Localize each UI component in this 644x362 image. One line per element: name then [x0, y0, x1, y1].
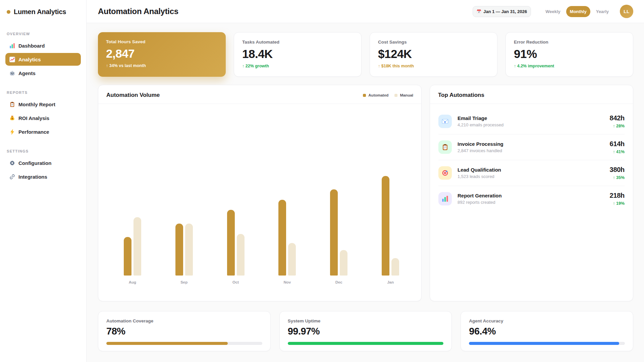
automation-row-invoice-processing[interactable]: Invoice Processing2,847 invoices handled…	[438, 134, 625, 160]
automation-metrics: 842h↑ 28%	[610, 114, 625, 128]
range-tabs: WeeklyMonthlyYearly	[542, 6, 612, 17]
x-label-sep: Sep	[158, 280, 210, 284]
svg-text:E: E	[444, 121, 446, 124]
automation-info: Email Triage4,210 emails processed	[458, 115, 610, 127]
sidebar-item-label: Analytics	[18, 57, 41, 62]
automation-volume-card: Automation Volume AutomatedManual AugSep…	[98, 85, 422, 301]
automation-metrics: 218h↑ 19%	[610, 192, 625, 206]
x-label-oct: Oct	[210, 280, 262, 284]
automation-row-lead-qualification[interactable]: Lead Qualification1,523 leads scored380h…	[438, 160, 625, 186]
main-area: Automation Analytics 17 Jan 1 — Jan 31, …	[87, 0, 644, 362]
stat-label: System Uptime	[288, 318, 444, 323]
legend-item-manual: Manual	[394, 93, 413, 97]
sidebar-item-analytics[interactable]: Analytics	[5, 53, 81, 66]
automation-delta: ↑ 35%	[610, 175, 625, 180]
sidebar-item-roi-analysis[interactable]: $ROI Analysis	[5, 112, 81, 124]
automation-detail: 1,523 leads scored	[458, 174, 610, 179]
avatar[interactable]: LL	[620, 5, 633, 18]
sidebar-item-label: Dashboard	[18, 43, 45, 49]
lightning-icon	[9, 129, 15, 135]
header: Automation Analytics 17 Jan 1 — Jan 31, …	[87, 0, 644, 23]
sidebar-item-integrations[interactable]: Integrations	[5, 170, 81, 183]
kpi-value: 2,847	[106, 47, 218, 60]
clipboard-icon	[442, 144, 448, 150]
chart-group-sep	[158, 224, 210, 276]
brand-name: Lumen Analytics	[14, 8, 66, 16]
stat-value: 99.97%	[288, 326, 444, 337]
chart-group-jan	[365, 176, 416, 276]
progress-system-uptime	[288, 342, 444, 345]
bar-automated-sep	[175, 224, 183, 276]
stat-label: Automation Coverage	[106, 318, 262, 323]
stat-card-automation-coverage: Automation Coverage78%	[98, 311, 271, 351]
stat-value: 96.4%	[469, 326, 625, 337]
progress-fill	[469, 342, 619, 345]
bar-manual-jan	[391, 258, 399, 276]
chart-group-oct	[210, 210, 262, 276]
automation-hours: 218h	[610, 192, 625, 199]
chart-group-aug	[107, 217, 158, 276]
chart-group-dec	[313, 189, 365, 276]
x-label-jan: Jan	[365, 280, 416, 284]
legend-item-automated: Automated	[363, 93, 388, 97]
automation-name: Lead Qualification	[458, 167, 610, 173]
automation-row-report-generation[interactable]: Report Generation892 reports created218h…	[438, 186, 625, 212]
chart-bottom-spacer	[98, 284, 421, 301]
sidebar-item-label: Monthly Report	[18, 102, 55, 107]
range-tab-monthly[interactable]: Monthly	[566, 6, 590, 17]
x-label-dec: Dec	[313, 280, 365, 284]
sidebar-item-performance[interactable]: Performance	[5, 125, 81, 138]
kpi-value: 91%	[514, 47, 625, 61]
brand: Lumen Analytics	[5, 0, 81, 16]
automation-detail: 4,210 emails processed	[458, 122, 610, 127]
sidebar-item-monthly-report[interactable]: Monthly Report	[5, 98, 81, 111]
automation-name: Invoice Processing	[458, 141, 610, 147]
automation-info: Report Generation892 reports created	[458, 193, 610, 205]
bar-manual-oct	[237, 234, 245, 276]
kpi-value: 18.4K	[242, 47, 353, 61]
sidebar-item-label: Agents	[18, 70, 36, 76]
middle-row: Automation Volume AutomatedManual AugSep…	[98, 85, 633, 301]
sidebar-item-configuration[interactable]: Configuration	[5, 157, 81, 169]
gear-icon	[9, 160, 15, 166]
kpi-label: Total Hours Saved	[106, 39, 218, 44]
legend-label: Automated	[368, 93, 388, 97]
sidebar-item-dashboard[interactable]: Dashboard	[5, 39, 81, 52]
x-label-aug: Aug	[107, 280, 158, 284]
sidebar-nav: OVERVIEWDashboardAnalyticsAgentsREPORTSM…	[5, 32, 81, 183]
bar-manual-aug	[133, 217, 141, 276]
sidebar-item-agents[interactable]: Agents	[5, 67, 81, 79]
automation-delta: ↑ 19%	[610, 201, 625, 206]
stat-card-agent-accuracy: Agent Accuracy96.4%	[461, 311, 633, 351]
legend-swatch-icon	[363, 94, 366, 97]
header-controls: 17 Jan 1 — Jan 31, 2026 WeeklyMonthlyYea…	[473, 5, 633, 18]
bar-manual-nov	[288, 243, 296, 276]
range-tab-weekly[interactable]: Weekly	[542, 6, 564, 17]
link-icon	[9, 174, 15, 180]
date-range-picker[interactable]: 17 Jan 1 — Jan 31, 2026	[473, 6, 531, 17]
nav-section-settings: SETTINGS	[7, 149, 79, 153]
nav-section-reports: REPORTS	[7, 90, 79, 95]
page-title: Automation Analytics	[98, 7, 178, 16]
kpi-card-tasks-automated: Tasks Automated18.4K↑ 22% growth	[234, 32, 362, 77]
svg-text:$: $	[11, 117, 13, 120]
automation-metrics: 380h↑ 35%	[610, 166, 625, 180]
robot-icon	[9, 70, 15, 76]
footer-stats-row: Automation Coverage78%System Uptime99.97…	[98, 311, 633, 351]
automation-hours: 380h	[610, 166, 625, 174]
range-tab-yearly[interactable]: Yearly	[592, 6, 612, 17]
automation-row-email-triage[interactable]: EEmail Triage4,210 emails processed842h↑…	[438, 109, 625, 134]
automation-icon-wrap	[438, 140, 452, 154]
legend-label: Manual	[400, 93, 413, 97]
bar-automated-jan	[382, 176, 389, 276]
automation-detail: 892 reports created	[458, 200, 610, 205]
automation-hours: 614h	[610, 140, 625, 148]
kpi-card-error-reduction: Error Reduction91%↑ 4.2% improvement	[505, 32, 633, 77]
automation-name: Report Generation	[458, 193, 610, 198]
kpi-delta: ↑ 22% growth	[242, 64, 353, 68]
top-automations-card: Top Automations EEmail Triage4,210 email…	[430, 85, 633, 301]
bar-chart-icon	[442, 195, 448, 202]
x-label-nov: Nov	[261, 280, 313, 284]
chart-legend: AutomatedManual	[363, 93, 413, 97]
money-bag-icon: $	[9, 115, 15, 121]
